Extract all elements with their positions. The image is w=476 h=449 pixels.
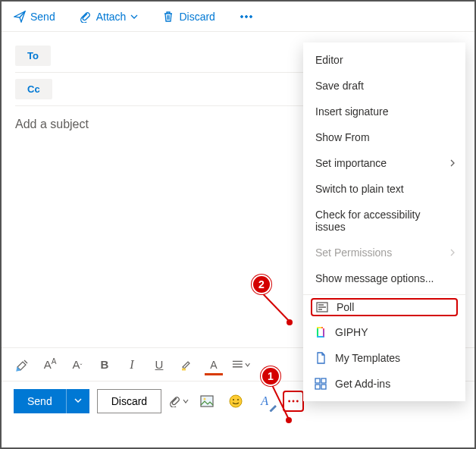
bold-button[interactable]: B	[96, 356, 114, 374]
callout-dot-2	[287, 319, 293, 325]
svg-point-9	[293, 400, 295, 402]
more-actions-menu: Editor Save draft Insert signature Show …	[303, 42, 465, 401]
menu-show-options[interactable]: Show message options...	[303, 265, 465, 291]
paperclip-icon	[169, 395, 181, 407]
chevron-down-icon	[74, 397, 82, 404]
svg-point-8	[288, 400, 290, 402]
send-icon	[14, 11, 26, 23]
align-icon	[232, 360, 243, 370]
highlighter-icon	[180, 358, 193, 372]
menu-insert-signature[interactable]: Insert signature	[303, 99, 465, 124]
svg-rect-20	[315, 385, 320, 389]
send-options-button[interactable]	[66, 389, 89, 413]
smiley-icon	[229, 394, 243, 408]
menu-separator	[303, 294, 465, 295]
poll-icon	[315, 302, 329, 312]
chevron-down-icon	[245, 362, 250, 368]
svg-point-2	[249, 15, 252, 17]
svg-point-0	[240, 15, 243, 17]
svg-rect-18	[315, 378, 320, 383]
chevron-right-icon	[449, 249, 456, 256]
attach-label-top: Attach	[96, 11, 127, 23]
svg-rect-21	[321, 385, 326, 389]
svg-rect-14	[323, 330, 324, 337]
trash-icon	[162, 11, 174, 23]
callout-badge-1: 1	[261, 366, 280, 386]
more-actions-button[interactable]	[283, 391, 304, 412]
send-label-top: Send	[30, 11, 55, 23]
svg-point-6	[233, 399, 234, 400]
editor-check-button[interactable]: A	[254, 391, 275, 412]
menu-editor[interactable]: Editor	[303, 47, 465, 73]
attach-button-top[interactable]: Attach	[74, 8, 145, 26]
chevron-down-icon	[130, 13, 138, 20]
callout-dot-1	[286, 417, 292, 423]
svg-rect-17	[323, 328, 324, 330]
picture-icon	[200, 395, 214, 407]
underline-button[interactable]: U	[150, 356, 168, 374]
svg-rect-19	[321, 378, 326, 383]
svg-rect-12	[317, 328, 318, 337]
svg-rect-16	[321, 327, 323, 328]
more-button-top[interactable]	[233, 8, 259, 26]
format-painter-button[interactable]	[14, 356, 32, 374]
attach-button-bottom[interactable]	[169, 395, 189, 407]
menu-set-importance[interactable]: Set importance	[303, 150, 465, 176]
chevron-right-icon	[449, 159, 456, 167]
discard-button-top[interactable]: Discard	[156, 8, 221, 26]
top-toolbar: Send Attach Discard	[2, 2, 474, 32]
menu-my-templates[interactable]: My Templates	[303, 345, 465, 371]
insert-picture-button[interactable]	[196, 391, 218, 412]
paint-roller-icon	[15, 358, 30, 372]
ellipsis-icon	[240, 11, 253, 23]
menu-accessibility[interactable]: Check for accessibility issues	[303, 202, 465, 240]
font-increase-button[interactable]: AA	[41, 356, 59, 374]
pencil-icon	[269, 404, 277, 412]
cc-button[interactable]: Cc	[15, 79, 52, 99]
font-decrease-button[interactable]: Aˇ	[68, 356, 86, 374]
discard-label-top: Discard	[179, 11, 215, 23]
menu-switch-plain[interactable]: Switch to plain text	[303, 176, 465, 202]
highlight-button[interactable]	[177, 356, 196, 374]
menu-giphy[interactable]: GIPHY	[303, 319, 465, 345]
ellipsis-icon	[287, 395, 299, 407]
svg-point-10	[296, 400, 299, 402]
svg-point-4	[204, 397, 206, 400]
svg-rect-3	[201, 396, 213, 407]
font-color-button[interactable]: A	[205, 356, 223, 374]
giphy-icon	[314, 326, 327, 338]
document-icon	[314, 352, 327, 364]
callout-badge-2: 2	[252, 275, 271, 294]
paperclip-icon	[80, 11, 92, 23]
align-button[interactable]	[232, 356, 250, 374]
send-button-top[interactable]: Send	[8, 8, 61, 26]
discard-button[interactable]: Discard	[97, 389, 161, 413]
menu-poll[interactable]: Poll	[311, 298, 458, 316]
send-button[interactable]: Send	[14, 389, 66, 413]
svg-point-7	[237, 399, 239, 400]
menu-show-from[interactable]: Show From	[303, 124, 465, 150]
addins-icon	[314, 378, 327, 390]
chevron-down-icon	[183, 398, 189, 404]
menu-save-draft[interactable]: Save draft	[303, 73, 465, 99]
send-split-button: Send	[14, 389, 89, 413]
svg-point-5	[230, 395, 242, 407]
menu-get-addins[interactable]: Get Add-ins	[303, 371, 465, 397]
italic-button[interactable]: I	[123, 356, 141, 374]
svg-point-1	[245, 15, 247, 17]
menu-set-permissions: Set Permissions	[303, 240, 465, 265]
emoji-button[interactable]	[225, 391, 246, 412]
svg-rect-15	[317, 327, 321, 328]
to-button[interactable]: To	[15, 46, 51, 66]
